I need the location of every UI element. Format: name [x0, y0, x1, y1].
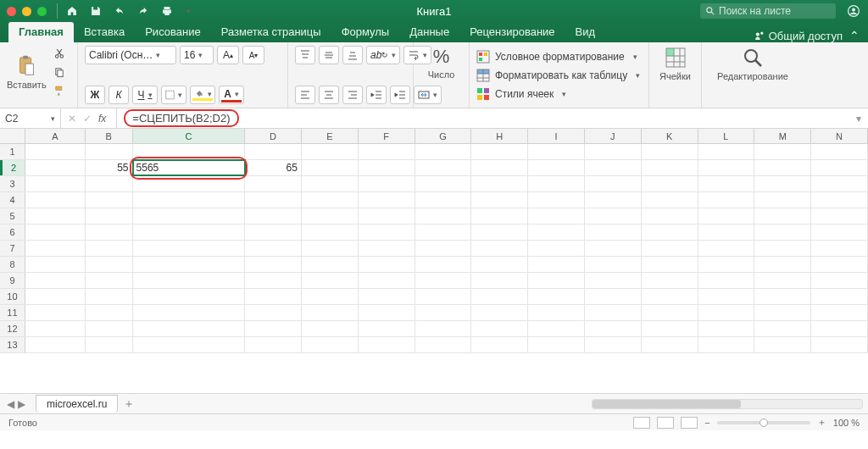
cell[interactable] [642, 305, 698, 320]
underline-button[interactable]: Ч▾ [132, 86, 158, 104]
cell[interactable] [302, 160, 359, 175]
cell[interactable] [642, 257, 698, 272]
cell[interactable] [754, 241, 811, 256]
cell[interactable] [25, 273, 86, 288]
row-header[interactable]: 10 [0, 289, 25, 304]
cell[interactable] [642, 192, 698, 208]
cell[interactable] [585, 144, 642, 159]
cell[interactable] [698, 192, 755, 208]
ribbon-tab-вид[interactable]: Вид [565, 22, 606, 42]
row-header[interactable]: 13 [0, 337, 25, 352]
cell[interactable] [811, 192, 868, 208]
format-as-table-button[interactable]: Форматировать как таблицу▾ [476, 69, 642, 82]
cell[interactable] [245, 224, 302, 240]
cell[interactable] [245, 337, 302, 352]
cell[interactable] [86, 257, 133, 272]
column-header[interactable]: K [642, 129, 698, 143]
cell[interactable] [471, 305, 528, 320]
cell[interactable] [754, 144, 811, 159]
cell[interactable] [698, 241, 755, 256]
home-icon[interactable] [64, 3, 80, 19]
decrease-indent-icon[interactable] [366, 86, 387, 104]
cell[interactable] [359, 337, 415, 352]
copy-icon[interactable] [52, 64, 67, 80]
cell[interactable] [133, 208, 246, 224]
cell[interactable] [25, 160, 86, 175]
select-all-corner[interactable] [0, 129, 25, 143]
cell[interactable] [528, 224, 585, 240]
align-center-icon[interactable] [319, 86, 339, 104]
cell[interactable] [642, 160, 698, 175]
cell[interactable] [245, 241, 302, 256]
align-middle-icon[interactable] [319, 46, 339, 64]
column-header[interactable]: E [302, 129, 359, 143]
column-header[interactable]: H [471, 129, 528, 143]
cell[interactable] [245, 208, 302, 224]
font-color-button[interactable]: A▾ [219, 86, 244, 104]
cell[interactable] [585, 160, 642, 175]
row-header[interactable]: 9 [0, 273, 25, 288]
cell[interactable] [415, 273, 472, 288]
page-break-view-icon[interactable] [681, 417, 698, 429]
cell[interactable] [86, 144, 133, 159]
column-header[interactable]: D [245, 129, 302, 143]
bold-button[interactable]: Ж [85, 86, 105, 104]
cell[interactable] [245, 305, 302, 320]
cell[interactable] [754, 273, 811, 288]
ribbon-tab-разметка страницы[interactable]: Разметка страницы [211, 22, 331, 42]
cell[interactable] [642, 273, 698, 288]
cell[interactable] [754, 224, 811, 240]
cell[interactable] [25, 176, 86, 191]
zoom-window-button[interactable] [37, 7, 47, 16]
cell[interactable] [642, 289, 698, 304]
cell[interactable] [133, 176, 246, 191]
fx-icon[interactable]: fx [98, 113, 106, 125]
cell[interactable] [133, 224, 246, 240]
align-left-icon[interactable] [295, 86, 315, 104]
decrease-font-icon[interactable]: A▾ [242, 46, 264, 64]
zoom-level[interactable]: 100 % [833, 418, 860, 428]
cell[interactable] [245, 257, 302, 272]
column-header[interactable]: I [528, 129, 585, 143]
cell[interactable] [811, 208, 868, 224]
cell[interactable] [245, 176, 302, 191]
column-header[interactable]: L [698, 129, 755, 143]
close-window-button[interactable] [7, 7, 16, 16]
cell[interactable] [415, 305, 472, 320]
cell[interactable] [133, 257, 246, 272]
cell[interactable] [811, 321, 868, 336]
cell[interactable] [698, 257, 755, 272]
italic-button[interactable]: К [108, 86, 129, 104]
account-icon[interactable] [846, 3, 861, 19]
spreadsheet-grid[interactable]: ABCDEFGHIJKLMN 1255556565345678910111213 [0, 129, 868, 393]
sheet-prev-icon[interactable]: ◀ [7, 398, 14, 410]
editing-button[interactable]: Редактирование [717, 46, 788, 81]
cell[interactable] [302, 305, 359, 320]
cell[interactable] [528, 160, 585, 175]
cell[interactable] [471, 257, 528, 272]
borders-button[interactable]: ▾ [161, 86, 186, 104]
align-bottom-icon[interactable] [342, 46, 363, 64]
increase-indent-icon[interactable] [390, 86, 410, 104]
cell[interactable] [302, 337, 359, 352]
orientation-icon[interactable]: ab↻▾ [366, 46, 400, 64]
name-box[interactable]: C2▾ [0, 108, 61, 128]
cell[interactable] [811, 305, 868, 320]
undo-icon[interactable] [112, 3, 127, 19]
cell[interactable] [811, 273, 868, 288]
cell[interactable] [528, 273, 585, 288]
cell[interactable] [133, 273, 246, 288]
cell[interactable] [25, 337, 86, 352]
cell[interactable] [811, 176, 868, 191]
cell[interactable] [86, 241, 133, 256]
cell[interactable] [471, 241, 528, 256]
cell[interactable] [754, 289, 811, 304]
cell[interactable] [25, 305, 86, 320]
cell[interactable] [528, 257, 585, 272]
cell[interactable] [471, 160, 528, 175]
format-painter-icon[interactable] [52, 83, 67, 98]
cell[interactable] [302, 224, 359, 240]
row-header[interactable]: 3 [0, 176, 25, 191]
row-header[interactable]: 4 [0, 192, 25, 208]
cell[interactable] [471, 176, 528, 191]
